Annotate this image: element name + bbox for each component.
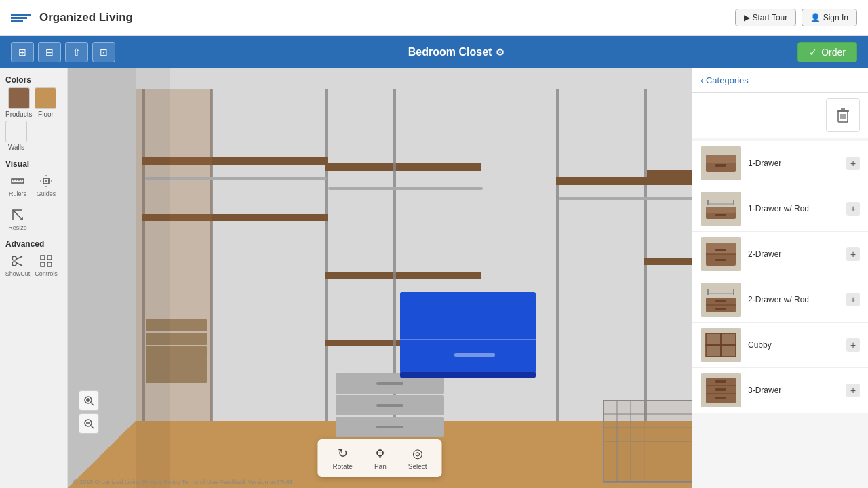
color-swatches: Products Floor (5, 87, 62, 118)
svg-rect-85 (733, 200, 734, 205)
floor-swatch[interactable] (35, 87, 56, 109)
catalog-item-1-drawer-rod-info: 1-Drawer w/ Rod (748, 204, 840, 214)
logo-organized: Organized Living (39, 12, 133, 24)
logo-text: Organized Living (39, 12, 133, 24)
delete-button[interactable] (826, 98, 860, 132)
walls-swatch-label: Walls (8, 144, 24, 151)
svg-rect-88 (715, 249, 726, 251)
footer: © 2015 Organized Living Privacy Policy T… (73, 479, 293, 485)
visual-tools: Rulers Guides (5, 171, 62, 197)
scissors-icon (8, 251, 27, 270)
top-bar: Organized Living ▶ Start Tour 👤 Sign In (0, 0, 868, 36)
select-label: Select (408, 463, 427, 470)
logo-area: Organized Living (11, 12, 133, 24)
catalog-item-2-drawer[interactable]: 2-Drawer + (692, 232, 868, 277)
catalog-item-3-drawer-add[interactable]: + (846, 384, 860, 397)
floor-swatch-group: Floor (35, 87, 56, 118)
zoom-buttons (79, 390, 99, 434)
select-icon: ◎ (412, 446, 423, 461)
zoom-out-button[interactable] (79, 413, 99, 434)
resize-section: Resize (5, 205, 62, 231)
bottom-controls: ↻ Rotate ✥ Pan ◎ Select (317, 439, 441, 477)
pan-icon: ✥ (375, 446, 385, 461)
catalog-item-3-drawer[interactable]: 3-Drawer + (692, 368, 868, 413)
visual-title: Visual (5, 159, 62, 169)
catalog-item-2-drawer-rod[interactable]: 2-Drawer w/ Rod + (692, 277, 868, 323)
catalog-item-cubby[interactable]: Cubby + (692, 323, 868, 368)
select-button[interactable]: ◎ Select (399, 442, 437, 474)
products-swatch-label: Products (5, 110, 32, 118)
colors-section: Colors Products Floor Walls (5, 75, 62, 151)
rotate-button[interactable]: ↻ Rotate (323, 442, 361, 474)
catalog-items: 1-Drawer + 1-Drawer w/ Rod + (692, 138, 868, 416)
guides-tool[interactable]: Guides (34, 171, 58, 197)
rulers-icon (8, 171, 27, 190)
categories-back-button[interactable]: ‹ Categories (701, 75, 749, 85)
walls-swatch-group: Walls (5, 121, 27, 151)
catalog-thumb-cubby (701, 328, 741, 362)
start-tour-button[interactable]: ▶ Start Tour (735, 9, 796, 26)
catalog-item-2-drawer-rod-name: 2-Drawer w/ Rod (748, 295, 840, 304)
catalog-item-3-drawer-name: 3-Drawer (748, 386, 840, 395)
products-swatch[interactable] (8, 87, 30, 109)
catalog-item-1-drawer-rod[interactable]: 1-Drawer w/ Rod + (692, 186, 868, 232)
catalog-item-2-drawer-rod-info: 2-Drawer w/ Rod (748, 295, 840, 304)
showcut-tool[interactable]: ShowCut (5, 251, 30, 277)
catalog-item-1-drawer-add[interactable]: + (846, 157, 860, 170)
right-panel-header: ‹ Categories (692, 68, 868, 93)
catalog-item-2-drawer-rod-add[interactable]: + (846, 293, 860, 306)
pan-button[interactable]: ✥ Pan (365, 442, 396, 474)
svg-line-11 (16, 256, 23, 260)
toolbar-btn-share[interactable]: ⇧ (65, 42, 88, 62)
main-layout: Colors Products Floor Walls Visual (0, 68, 868, 488)
floor-swatch-label: Floor (38, 110, 54, 118)
left-panel: Colors Products Floor Walls Visual (0, 68, 68, 488)
guides-label: Guides (37, 190, 56, 197)
zoom-in-button[interactable] (79, 390, 99, 411)
viewport[interactable]: ↻ Rotate ✥ Pan ◎ Select © 2015 Organized… (68, 68, 692, 488)
catalog-item-1-drawer[interactable]: 1-Drawer + (692, 141, 868, 186)
svg-rect-16 (47, 262, 52, 266)
order-check-icon: ✓ (809, 47, 817, 58)
catalog-thumb-2-drawer-rod (701, 283, 741, 317)
pan-label: Pan (374, 463, 387, 470)
catalog-item-2-drawer-add[interactable]: + (846, 247, 860, 261)
gear-icon[interactable]: ⚙ (496, 47, 505, 58)
toolbar-btn-2[interactable]: ⊟ (38, 42, 61, 62)
catalog-item-cubby-add[interactable]: + (846, 338, 860, 352)
catalog-item-1-drawer-rod-add[interactable]: + (846, 202, 860, 216)
order-button[interactable]: ✓ Order (797, 42, 857, 62)
svg-point-10 (12, 262, 16, 266)
svg-line-65 (91, 403, 94, 405)
resize-tool[interactable]: Resize (5, 205, 30, 231)
controls-icon (37, 251, 56, 270)
svg-point-9 (12, 256, 16, 260)
svg-rect-14 (47, 256, 52, 260)
catalog-item-2-drawer-info: 2-Drawer (748, 249, 840, 259)
svg-rect-97 (733, 289, 734, 295)
controls-label: Controls (35, 270, 58, 277)
rulers-tool[interactable]: Rulers (5, 171, 30, 197)
guides-icon (37, 171, 56, 190)
advanced-tools: ShowCut Controls (5, 251, 62, 277)
resize-icon (8, 205, 27, 224)
scene-title: Bedroom Closet (408, 46, 492, 58)
toolbar-bar: ⊞ ⊟ ⇧ ⊡ Bedroom Closet ⚙ ✓ Order (0, 36, 868, 68)
svg-rect-15 (41, 262, 45, 266)
toolbar-btn-1[interactable]: ⊞ (11, 42, 34, 62)
svg-rect-106 (715, 380, 726, 383)
controls-tool[interactable]: Controls (34, 251, 58, 277)
walls-swatch[interactable] (5, 121, 27, 142)
scene-background (68, 68, 692, 488)
visual-section: Visual Rulers Guides (5, 159, 62, 197)
walls-swatch-row: Walls (5, 121, 62, 151)
svg-rect-13 (41, 256, 45, 260)
advanced-section: Advanced ShowCut Controls (5, 239, 62, 277)
logo-lines (11, 14, 31, 22)
toolbar-btn-4[interactable]: ⊡ (92, 42, 115, 62)
showcut-label: ShowCut (5, 270, 31, 277)
catalog-item-2-drawer-name: 2-Drawer (748, 249, 840, 259)
sign-in-button[interactable]: 👤 Sign In (802, 9, 857, 26)
catalog-item-cubby-info: Cubby (748, 340, 840, 350)
delete-button-area (692, 93, 868, 138)
